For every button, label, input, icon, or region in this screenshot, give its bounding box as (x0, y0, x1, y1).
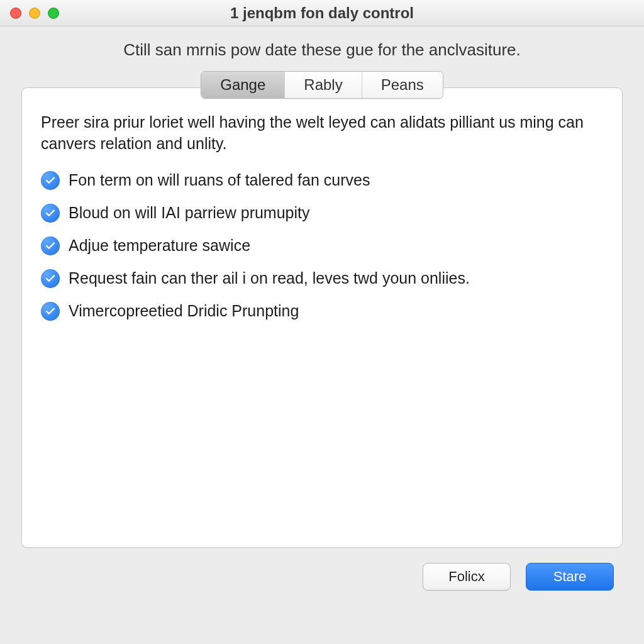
close-icon[interactable] (10, 8, 21, 19)
check-label: Bloud on will IAI parriew prumupity (69, 204, 310, 222)
check-icon[interactable] (41, 171, 60, 190)
check-row-1: Bloud on will IAI parriew prumupity (41, 204, 603, 223)
page-subtitle: Ctill san mrnis pow date these gue for t… (25, 40, 619, 60)
check-icon[interactable] (41, 269, 60, 288)
check-label: Request fain can ther ail i on read, lev… (69, 269, 470, 287)
window-controls (0, 8, 59, 19)
minimize-icon[interactable] (29, 8, 40, 19)
tab-gange[interactable]: Gange (201, 72, 284, 98)
tab-rably[interactable]: Rably (284, 72, 361, 98)
check-label: Fon term on will ruans of talered fan cu… (69, 171, 370, 189)
tab-peans[interactable]: Peans (362, 72, 443, 98)
titlebar: 1 jenqbm fon daly control (0, 0, 644, 26)
panel-intro-text: Preer sira priur loriet well having the … (41, 112, 603, 155)
check-icon[interactable] (41, 302, 60, 321)
tab-panel: Preer sira priur loriet well having the … (21, 87, 623, 548)
check-row-4: Vimercopreetied Dridic Prunpting (41, 302, 603, 321)
check-icon[interactable] (41, 204, 60, 223)
primary-button[interactable]: Stare (526, 563, 614, 591)
window-title: 1 jenqbm fon daly control (0, 4, 644, 22)
tabs: Gange Rably Peans (0, 71, 644, 87)
check-icon[interactable] (41, 236, 60, 255)
check-row-0: Fon term on will ruans of talered fan cu… (41, 171, 603, 190)
check-label: Adjue temperature sawice (69, 236, 250, 255)
dialog-footer: Folicx Stare (0, 548, 644, 591)
check-row-3: Request fain can ther ail i on read, lev… (41, 269, 603, 288)
zoom-icon[interactable] (48, 8, 59, 19)
check-row-2: Adjue temperature sawice (41, 236, 603, 255)
secondary-button[interactable]: Folicx (423, 563, 511, 591)
check-label: Vimercopreetied Dridic Prunpting (69, 302, 299, 320)
